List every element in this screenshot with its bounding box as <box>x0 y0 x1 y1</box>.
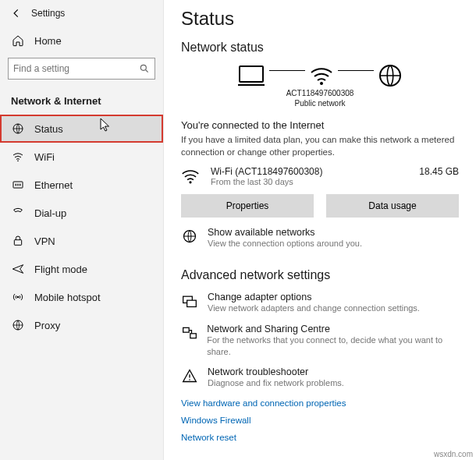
topbar: Settings <box>0 3 163 28</box>
svg-rect-6 <box>17 184 18 186</box>
wifi-icon <box>181 166 203 185</box>
connection-sub: From the last 30 days <box>211 177 411 186</box>
back-button[interactable] <box>9 6 23 20</box>
section-label: Network & Internet <box>0 84 163 115</box>
diagram-caption: ACT118497600308 Public network <box>181 89 459 108</box>
data-usage-value: 18.45 GB <box>419 166 459 177</box>
search-box[interactable] <box>8 58 155 80</box>
connection-row: Wi-Fi (ACT118497600308) From the last 30… <box>181 166 459 186</box>
airplane-icon <box>11 263 25 275</box>
connected-desc: If you have a limited data plan, you can… <box>181 134 459 158</box>
network-type: Public network <box>181 99 459 109</box>
section-network-status: Network status <box>181 41 459 55</box>
svg-rect-18 <box>187 300 197 306</box>
properties-button[interactable]: Properties <box>181 194 314 218</box>
pc-icon <box>238 65 265 87</box>
item-title: Change adapter options <box>208 292 420 303</box>
svg-line-1 <box>146 70 148 73</box>
item-desc: View network adapters and change connect… <box>208 303 420 314</box>
page-title: Status <box>181 8 459 30</box>
item-desc: For the networks that you connect to, de… <box>207 334 459 358</box>
sidebar-item-label: Mobile hotspot <box>34 292 101 303</box>
sidebar-item-label: WiFi <box>34 151 55 163</box>
dialup-icon <box>11 207 25 219</box>
item-title: Network and Sharing Centre <box>207 324 459 334</box>
app-title: Settings <box>31 8 65 19</box>
svg-rect-8 <box>14 240 21 246</box>
svg-rect-19 <box>183 327 189 332</box>
sidebar-item-label: VPN <box>34 235 55 247</box>
connection-name: Wi-Fi (ACT118497600308) <box>211 166 411 177</box>
search-input[interactable] <box>13 63 139 74</box>
show-available-networks[interactable]: Show available networks View the connect… <box>181 227 459 249</box>
item-title: Network troubleshooter <box>208 366 344 377</box>
home-icon <box>11 34 25 47</box>
svg-point-22 <box>189 380 190 381</box>
svg-point-0 <box>140 65 146 70</box>
wifi-icon <box>11 150 25 163</box>
svg-rect-11 <box>240 66 263 82</box>
watermark: wsxdn.com <box>434 450 473 458</box>
link-windows-firewall[interactable]: Windows Firewall <box>181 416 459 425</box>
svg-point-3 <box>17 161 19 162</box>
hotspot-icon <box>11 291 25 303</box>
vpn-icon <box>11 235 25 247</box>
svg-point-9 <box>17 296 20 299</box>
connected-title: You're connected to the Internet <box>181 119 459 131</box>
globe-icon <box>11 122 25 135</box>
svg-rect-7 <box>20 184 20 186</box>
warning-icon <box>181 366 198 384</box>
wifi-icon <box>310 65 333 87</box>
sidebar-item-label: Flight mode <box>34 264 87 275</box>
globe-icon <box>181 227 198 244</box>
mouse-cursor-icon <box>100 118 111 132</box>
main-content: Status Network status ACT118497600308 Pu… <box>164 0 476 460</box>
sidebar-item-hotspot[interactable]: Mobile hotspot <box>0 283 163 311</box>
sharing-icon <box>181 324 197 341</box>
sidebar-item-label: Proxy <box>34 320 60 331</box>
sidebar-item-status[interactable]: Status <box>0 115 163 143</box>
item-desc: View the connection options around you. <box>208 238 362 249</box>
sidebar-item-label: Dial-up <box>34 207 66 219</box>
home-nav[interactable]: Home <box>0 28 163 53</box>
change-adapter-options[interactable]: Change adapter options View network adap… <box>181 292 459 314</box>
svg-rect-5 <box>16 184 16 186</box>
data-usage-button[interactable]: Data usage <box>326 194 459 218</box>
network-sharing-centre[interactable]: Network and Sharing Centre For the netwo… <box>181 324 459 358</box>
globe-icon <box>378 64 402 87</box>
sidebar-item-vpn[interactable]: VPN <box>0 227 163 255</box>
svg-rect-20 <box>190 334 196 338</box>
network-diagram <box>181 64 459 87</box>
network-troubleshooter[interactable]: Network troubleshooter Diagnose and fix … <box>181 366 459 389</box>
item-title: Show available networks <box>208 227 362 238</box>
home-label: Home <box>34 35 62 47</box>
svg-point-13 <box>320 82 323 85</box>
sidebar-item-label: Status <box>34 123 63 135</box>
svg-point-15 <box>189 181 191 183</box>
adapter-icon <box>181 292 198 309</box>
proxy-icon <box>11 319 25 331</box>
sidebar-item-dialup[interactable]: Dial-up <box>0 199 163 227</box>
search-icon <box>139 63 150 74</box>
sidebar: Settings Home Network & Internet Status <box>0 0 164 460</box>
sidebar-item-ethernet[interactable]: Ethernet <box>0 171 163 199</box>
link-network-reset[interactable]: Network reset <box>181 433 459 442</box>
sidebar-item-label: Ethernet <box>34 179 73 191</box>
sidebar-item-proxy[interactable]: Proxy <box>0 311 163 339</box>
network-name: ACT118497600308 <box>181 89 459 99</box>
item-desc: Diagnose and fix network problems. <box>208 377 344 389</box>
link-hardware-properties[interactable]: View hardware and connection properties <box>181 398 459 408</box>
advanced-heading: Advanced network settings <box>181 268 459 282</box>
ethernet-icon <box>11 179 25 191</box>
sidebar-item-flightmode[interactable]: Flight mode <box>0 255 163 283</box>
sidebar-item-wifi[interactable]: WiFi <box>0 143 163 171</box>
